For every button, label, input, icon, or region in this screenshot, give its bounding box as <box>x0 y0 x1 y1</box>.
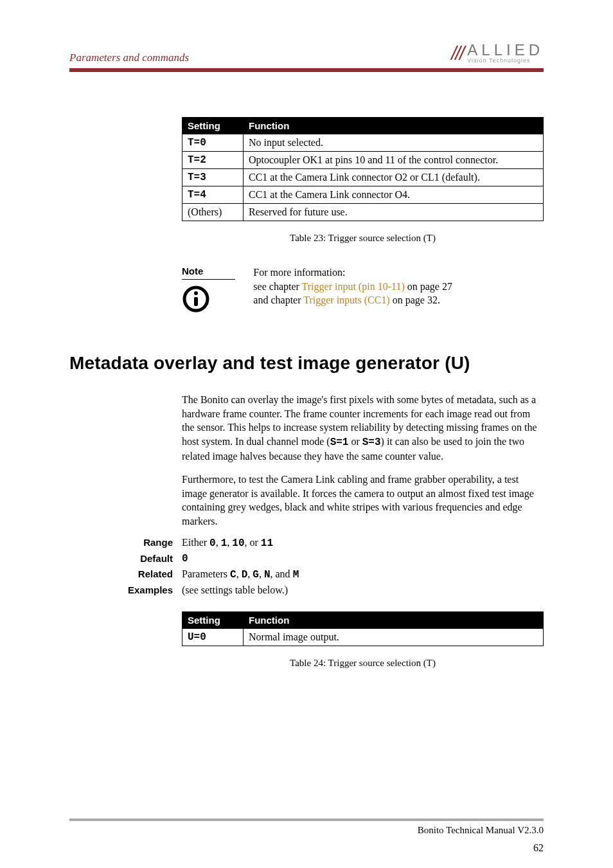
table-23: Setting Function T=0No input selected. T… <box>182 117 544 221</box>
footer-rule <box>69 818 544 821</box>
table-24: Setting Function U=0Normal image output. <box>182 611 544 646</box>
paragraph: Furthermore, to test the Camera Link cab… <box>182 473 544 528</box>
page-number: 62 <box>533 842 544 854</box>
table-row: T=0No input selected. <box>182 134 544 152</box>
table-row: T=2Optocoupler OK1 at pins 10 and 11 of … <box>182 152 544 169</box>
table-row: U=0Normal image output. <box>182 629 544 646</box>
table-header-function: Function <box>244 118 544 134</box>
svg-point-1 <box>194 291 198 295</box>
section-heading: Metadata overlay and test image generato… <box>69 353 544 374</box>
note-label: Note <box>182 266 235 280</box>
logo-sub-text: Vision Technologies <box>467 58 544 64</box>
table-row: T=4CC1 at the Camera Link connector O4. <box>182 186 544 204</box>
footer: Bonito Technical Manual V2.3.0 <box>69 818 544 836</box>
kv-examples: Examples (see settings table below.) <box>69 584 544 596</box>
table-header-setting: Setting <box>182 118 244 134</box>
table-row: T=3CC1 at the Camera Link connector O2 o… <box>182 169 544 186</box>
logo-main-text: ALLIED <box>467 43 544 58</box>
table-row: (Others)Reserved for future use. <box>182 204 544 221</box>
note-text: For more information: see chapter Trigge… <box>253 266 452 316</box>
link-trigger-inputs-cc1[interactable]: Trigger inputs (CC1) <box>303 294 390 305</box>
header-title: Parameters and commands <box>69 51 189 64</box>
table-header-function: Function <box>244 612 544 629</box>
kv-related: Related Parameters C, D, G, N, and M <box>69 568 544 581</box>
kv-default: Default 0 <box>69 553 544 565</box>
footer-manual: Bonito Technical Manual V2.3.0 <box>69 825 544 836</box>
header-rule <box>69 68 544 72</box>
paragraph: The Bonito can overlay the image's first… <box>182 393 544 464</box>
logo-slashes-icon: /// <box>451 42 463 64</box>
kv-range: Range Either 0, 1, 10, or 11 <box>69 537 544 549</box>
link-trigger-input[interactable]: Trigger input (pin 10-11) <box>302 281 405 292</box>
brand-logo: /// ALLIED Vision Technologies <box>451 42 544 64</box>
table-23-caption: Table 23: Trigger source selection (T) <box>182 233 544 244</box>
table-24-caption: Table 24: Trigger source selection (T) <box>182 658 544 669</box>
svg-rect-2 <box>194 297 198 306</box>
info-icon <box>182 285 210 316</box>
note-block: Note For more information: see chapter T… <box>182 266 544 316</box>
table-header-setting: Setting <box>182 612 244 629</box>
page-header: Parameters and commands /// ALLIED Visio… <box>69 42 544 64</box>
